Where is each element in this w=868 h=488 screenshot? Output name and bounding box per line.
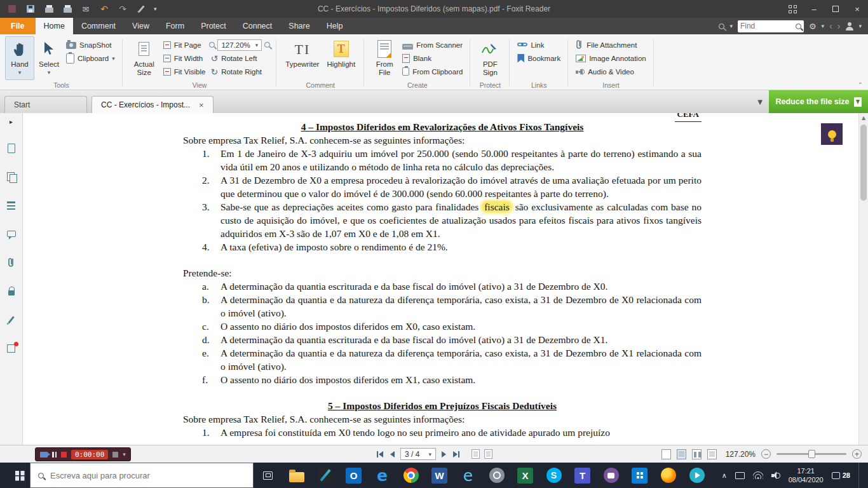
tray-chevron-icon[interactable]: ∧ [722, 471, 727, 480]
qat-customize-caret-icon[interactable]: ▾ [154, 6, 157, 12]
from-clipboard-button[interactable]: From Clipboard [400, 65, 465, 78]
recorder-caret-icon[interactable]: ▾ [123, 451, 126, 458]
sidebar-thumbnails-icon[interactable] [6, 171, 17, 182]
sidebar-comments-icon[interactable] [6, 228, 17, 240]
account-icon[interactable] [845, 22, 853, 30]
teams-icon[interactable]: T [568, 463, 597, 488]
image-annotation-button[interactable]: Image Annotation [573, 52, 649, 64]
taskbar-search-box[interactable] [30, 463, 254, 488]
first-page-button[interactable] [376, 450, 384, 459]
rotate-right-button[interactable]: ↻ Rotate Right [208, 65, 271, 78]
scrollbar-thumb[interactable] [860, 125, 867, 201]
tab-home[interactable]: Home [36, 18, 73, 34]
action-center-button[interactable]: 28 [832, 471, 850, 479]
app-menu-icon[interactable] [6, 3, 18, 15]
pen-tool-icon[interactable] [135, 3, 147, 15]
find-input[interactable] [740, 22, 794, 30]
sidebar-security-icon[interactable] [6, 285, 17, 297]
tips-lightbulb-button[interactable] [821, 123, 843, 145]
start-button[interactable] [0, 463, 30, 488]
tab-start[interactable]: Start [4, 96, 87, 113]
recorder-options-icon[interactable] [112, 452, 118, 458]
word-icon[interactable]: W [425, 463, 454, 488]
blank-button[interactable]: Blank [400, 52, 465, 64]
tab-connect[interactable]: Connect [234, 18, 281, 34]
search-caret-icon[interactable]: ▾ [729, 23, 733, 29]
edge-icon[interactable]: e [368, 463, 397, 488]
hand-tool-button[interactable]: Hand ▾ [5, 36, 34, 80]
save-icon[interactable] [25, 3, 36, 15]
bookmark-button[interactable]: Bookmark [515, 52, 563, 64]
maximize-button[interactable] [825, 0, 846, 18]
taskbar-clock[interactable]: 17:21 08/04/2020 [789, 466, 824, 484]
stop-icon[interactable] [61, 452, 67, 458]
reduce-file-size-button[interactable]: Reduce the file size [769, 90, 868, 113]
rotate-left-button[interactable]: ↺ Rotate Left [208, 52, 271, 64]
remote-desktop-icon[interactable] [625, 463, 654, 488]
screen-recorder-widget[interactable]: 0:00:00 ▾ [35, 447, 131, 461]
tab-form[interactable]: Form [158, 18, 193, 34]
tab-view[interactable]: View [124, 18, 158, 34]
print-icon[interactable] [43, 3, 55, 15]
vertical-scrollbar[interactable]: ▲ [858, 113, 868, 445]
minimize-button[interactable]: – [803, 0, 825, 18]
continuous-view-icon[interactable] [677, 449, 686, 459]
purple-chat-app-icon[interactable] [597, 463, 625, 488]
tab-protect[interactable]: Protect [193, 18, 234, 34]
from-scanner-button[interactable]: From Scanner [400, 39, 465, 51]
tab-document[interactable]: CC - Exercícios - Impost... × [92, 96, 214, 113]
outlook-icon[interactable]: O [339, 463, 368, 488]
cloud-grid-icon[interactable] [782, 0, 803, 18]
insert-page-icon[interactable] [471, 449, 480, 459]
taskbar-search-input[interactable] [50, 471, 245, 480]
zoom-level-select[interactable]: 127.20% ▾ [217, 39, 262, 51]
sidebar-layers-icon[interactable] [6, 200, 17, 211]
tab-comment[interactable]: Comment [73, 18, 124, 34]
media-app-icon[interactable] [682, 463, 711, 488]
wifi-icon[interactable] [753, 471, 763, 479]
pdf-sign-button[interactable]: PDF Sign [475, 36, 505, 80]
page-options-icon[interactable] [484, 449, 492, 459]
gear-caret-icon[interactable]: ▾ [822, 23, 825, 29]
page-indicator-select[interactable]: 3 / 4 ▾ [400, 448, 436, 460]
firefox-icon[interactable] [654, 463, 682, 488]
snapshot-button[interactable]: SnapShot [64, 39, 118, 51]
tab-close-icon[interactable]: × [199, 101, 204, 109]
tab-share[interactable]: Share [280, 18, 318, 34]
find-box[interactable] [738, 20, 804, 32]
single-page-view-icon[interactable] [661, 449, 671, 459]
skype-icon[interactable]: S [539, 463, 568, 488]
document-view[interactable]: CEFA 4 – Impostos Diferidos em Revaloriz… [23, 113, 868, 445]
next-page-button[interactable] [440, 450, 447, 459]
facing-continuous-view-icon[interactable] [707, 449, 717, 459]
zoom-in-button[interactable]: + [852, 449, 862, 459]
tab-list-caret-icon[interactable]: ▼ [757, 98, 763, 105]
quick-print-icon[interactable] [62, 3, 73, 15]
chrome-icon[interactable] [397, 463, 425, 488]
zoom-out-icon[interactable] [209, 42, 215, 48]
highlight-annotation[interactable]: fiscais [482, 201, 512, 212]
previous-page-button[interactable] [389, 450, 396, 459]
highlight-button[interactable]: T Highlight [323, 36, 359, 80]
email-icon[interactable]: ✉ [80, 3, 92, 15]
zoom-slider-thumb[interactable] [808, 450, 815, 458]
zoom-out-button[interactable]: − [761, 449, 771, 459]
volume-icon[interactable] [771, 471, 780, 479]
tab-help[interactable]: Help [318, 18, 351, 34]
sidebar-bookmarks-icon[interactable] [6, 142, 17, 154]
back-chevron-icon[interactable]: ‹ [829, 21, 832, 31]
zoom-in-icon[interactable] [264, 42, 270, 48]
search-icon[interactable] [719, 24, 724, 29]
collapse-ribbon-icon[interactable]: ⌃ [858, 81, 863, 88]
fit-page-button[interactable]: Fit Page [161, 39, 208, 51]
gray-app-icon[interactable] [482, 463, 511, 488]
file-explorer-icon[interactable] [282, 463, 311, 488]
actual-size-button[interactable]: Actual Size [128, 36, 161, 80]
link-button[interactable]: Link [515, 39, 563, 51]
audio-video-button[interactable]: Audio & Video [573, 65, 649, 78]
sidebar-attachments-icon[interactable] [6, 257, 17, 268]
fit-visible-button[interactable]: Fit Visible [161, 65, 208, 78]
pause-icon[interactable] [52, 452, 57, 458]
tab-file[interactable]: File [0, 18, 36, 34]
excel-icon[interactable]: X [511, 463, 539, 488]
